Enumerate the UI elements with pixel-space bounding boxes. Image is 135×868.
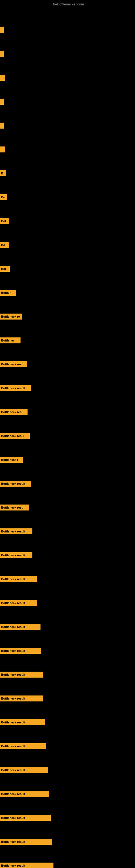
bar-item-26: Bottleneck result — [0, 624, 41, 630]
bar-item-4 — [0, 99, 4, 105]
bar-item-34: Bottleneck result — [0, 815, 51, 821]
bar-item-29: Bottleneck result — [0, 695, 43, 702]
bar-item-27: Bottleneck result — [0, 648, 41, 654]
bar-label-15: Bottleneck res — [1, 363, 21, 366]
bar-item-5 — [0, 123, 4, 129]
bar-item-1 — [0, 27, 4, 33]
bar-item-12: Bottlen — [0, 290, 16, 296]
bar-label-35: Bottleneck result — [1, 840, 25, 843]
bar-label-22: Bottleneck result — [1, 530, 25, 533]
bar-label-36: Bottleneck result — [1, 864, 25, 867]
bar-item-10: Bo — [0, 242, 9, 248]
bar-label-10: Bo — [1, 243, 5, 247]
bar-item-13: Bottleneck re — [0, 314, 22, 319]
bar-label-9: Bot — [1, 219, 6, 223]
bar-label-17: Bottleneck res — [1, 410, 21, 414]
bar-label-33: Bottleneck result — [1, 792, 25, 796]
bar-label-31: Bottleneck result — [1, 745, 25, 748]
bar-label-7: B — [1, 172, 3, 175]
bar-label-25: Bottleneck result — [1, 601, 25, 604]
bar-label-12: Bottlen — [1, 291, 11, 294]
bar-item-35: Bottleneck result — [0, 839, 52, 845]
bar-item-3 — [0, 75, 5, 81]
bar-item-30: Bottleneck result — [0, 719, 45, 725]
bar-item-8: Bo — [0, 194, 7, 200]
bar-label-16: Bottleneck result — [1, 386, 25, 390]
bar-item-25: Bottleneck result — [0, 600, 37, 606]
bar-item-14: Bottlenec — [0, 337, 20, 343]
bar-item-22: Bottleneck result — [0, 528, 32, 534]
bar-label-21: Bottleneck resu — [1, 506, 24, 509]
bar-item-32: Bottleneck result — [0, 767, 48, 773]
bar-item-6 — [0, 147, 5, 152]
bar-label-8: Bo — [1, 195, 5, 199]
bar-label-23: Bottleneck result — [1, 554, 25, 557]
bar-item-24: Bottleneck result — [0, 576, 37, 582]
bar-item-18: Bottleneck resul — [0, 433, 30, 439]
bar-item-2 — [0, 51, 4, 57]
bar-label-19: Bottleneck r — [1, 458, 18, 461]
bar-label-14: Bottlenec — [1, 339, 14, 342]
bar-item-33: Bottleneck result — [0, 791, 49, 797]
bar-item-23: Bottleneck result — [0, 552, 32, 558]
bar-label-24: Bottleneck result — [1, 578, 25, 581]
bar-item-28: Bottleneck result — [0, 672, 43, 678]
bar-label-13: Bottleneck re — [1, 315, 20, 318]
bar-label-18: Bottleneck resul — [1, 434, 24, 437]
bar-item-20: Bottleneck result — [0, 480, 31, 487]
bar-item-31: Bottleneck result — [0, 743, 46, 749]
bar-item-11: Bot — [0, 266, 10, 272]
bar-label-28: Bottleneck result — [1, 673, 25, 676]
bar-item-19: Bottleneck r — [0, 457, 23, 463]
bar-label-20: Bottleneck result — [1, 482, 25, 485]
bar-item-7: B — [0, 170, 6, 176]
bar-label-11: Bot — [1, 267, 6, 271]
bar-item-36: Bottleneck result — [0, 863, 53, 868]
bar-label-26: Bottleneck result — [1, 625, 25, 628]
bar-item-15: Bottleneck res — [0, 361, 27, 367]
bar-item-17: Bottleneck res — [0, 409, 28, 415]
bar-label-32: Bottleneck result — [1, 769, 25, 772]
bar-label-34: Bottleneck result — [1, 816, 25, 819]
bar-label-29: Bottleneck result — [1, 697, 25, 700]
bar-item-9: Bot — [0, 218, 9, 224]
bar-label-30: Bottleneck result — [1, 721, 25, 724]
bar-item-21: Bottleneck resu — [0, 504, 29, 510]
bar-item-16: Bottleneck result — [0, 385, 31, 391]
bar-label-27: Bottleneck result — [1, 649, 25, 652]
site-title: TheBottlenecker.com — [51, 2, 84, 6]
